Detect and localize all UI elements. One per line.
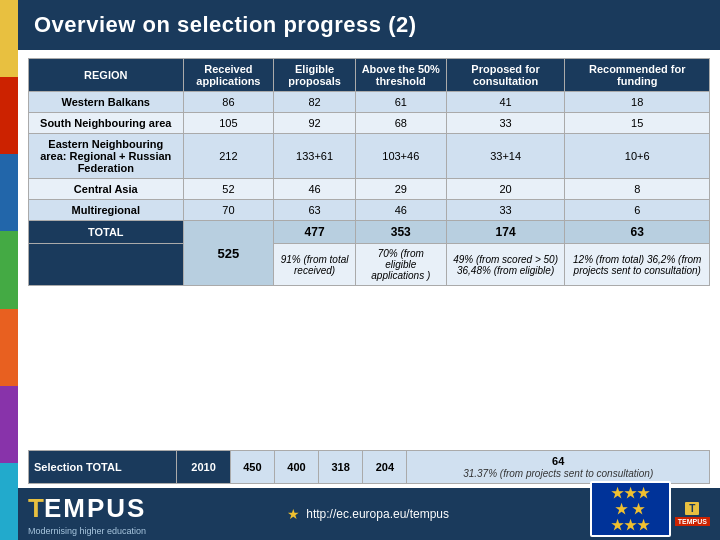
selection-col1: 450 <box>230 451 274 484</box>
table-row: Central Asia 52 46 29 20 8 <box>29 179 710 200</box>
region-eastern: Eastern Neighbouring area: Regional + Ru… <box>29 134 184 179</box>
selection-col5: 64 31.37% (from projects sent to consult… <box>407 451 710 484</box>
tempus-small-label: TEMPUS <box>675 517 710 526</box>
col-header-above: Above the 50% threshold <box>355 59 446 92</box>
col-header-proposed: Proposed for consultation <box>446 59 565 92</box>
above-central: 29 <box>355 179 446 200</box>
eligible-eastern: 133+61 <box>274 134 356 179</box>
tempus-small-logo: T TEMPUS <box>675 502 710 526</box>
total-recommended-main: 63 <box>565 221 710 244</box>
received-western: 86 <box>183 92 274 113</box>
total-eligible-main: 477 <box>274 221 356 244</box>
table-row: Western Balkans 86 82 61 41 18 <box>29 92 710 113</box>
footer-right-logos: ★★★★ ★★★★ European Commission T TEMPUS <box>590 481 710 541</box>
selection-col4: 204 <box>363 451 407 484</box>
above-western: 61 <box>355 92 446 113</box>
footer-brand-area: T EMPUS Modernising higher education <box>28 493 146 536</box>
recommended-central: 8 <box>565 179 710 200</box>
total-above-sub: 70% (from eligible applications ) <box>355 244 446 286</box>
received-multi: 70 <box>183 200 274 221</box>
selection-year: 2010 <box>177 451 230 484</box>
left-color-bar <box>0 0 18 540</box>
total-received: 525 <box>183 221 274 286</box>
footer: T EMPUS Modernising higher education ★ h… <box>18 488 720 540</box>
proposed-south: 33 <box>446 113 565 134</box>
proposed-central: 20 <box>446 179 565 200</box>
region-south: South Neighbouring area <box>29 113 184 134</box>
table-area: REGION Received applications Eligible pr… <box>18 50 720 446</box>
footer-url: http://ec.europa.eu/tempus <box>306 507 449 521</box>
tempus-t: T <box>28 493 44 524</box>
tempus-small-t: T <box>685 502 699 515</box>
region-multi: Multiregional <box>29 200 184 221</box>
recommended-western: 18 <box>565 92 710 113</box>
eligible-south: 92 <box>274 113 356 134</box>
region-central: Central Asia <box>29 179 184 200</box>
above-south: 68 <box>355 113 446 134</box>
above-multi: 46 <box>355 200 446 221</box>
proposed-eastern: 33+14 <box>446 134 565 179</box>
proposed-multi: 33 <box>446 200 565 221</box>
region-western-balkans: Western Balkans <box>29 92 184 113</box>
total-proposed-sub: 49% (from scored > 50) 36,48% (from elig… <box>446 244 565 286</box>
total-above-main: 353 <box>355 221 446 244</box>
table-row: Eastern Neighbouring area: Regional + Ru… <box>29 134 710 179</box>
eligible-western: 82 <box>274 92 356 113</box>
proposed-western: 41 <box>446 92 565 113</box>
col-header-recommended: Recommended for funding <box>565 59 710 92</box>
tempus-logo: T EMPUS <box>28 493 146 524</box>
recommended-eastern: 10+6 <box>565 134 710 179</box>
selection-table: TEMPUS Selection TOTAL 2010 450 400 318 … <box>28 450 710 484</box>
col-header-eligible: Eligible proposals <box>274 59 356 92</box>
footer-tagline: Modernising higher education <box>28 526 146 536</box>
selection-col2: 400 <box>274 451 318 484</box>
total-proposed-main: 174 <box>446 221 565 244</box>
recommended-south: 15 <box>565 113 710 134</box>
recommended-multi: 6 <box>565 200 710 221</box>
ec-logo-area: ★★★★ ★★★★ European Commission <box>590 481 671 541</box>
received-eastern: 212 <box>183 134 274 179</box>
tempus-rest: EMPUS <box>44 493 146 524</box>
main-table: REGION Received applications Eligible pr… <box>28 58 710 286</box>
table-row: Multiregional 70 63 46 33 6 <box>29 200 710 221</box>
selection-row: TEMPUS Selection TOTAL 2010 450 400 318 … <box>29 451 710 484</box>
received-south: 105 <box>183 113 274 134</box>
total-row-main: TOTAL 525 477 353 174 63 <box>29 221 710 244</box>
total-sub-empty <box>29 244 184 286</box>
total-recommended-sub: 12% (from total) 36,2% (from projects se… <box>565 244 710 286</box>
eu-logo: ★★★★ ★★★★ <box>590 481 671 537</box>
footer-url-area: ★ http://ec.europa.eu/tempus <box>287 506 449 522</box>
page-title: Overview on selection progress (2) <box>18 0 720 50</box>
eligible-multi: 63 <box>274 200 356 221</box>
selection-total-label: TEMPUS Selection TOTAL <box>29 451 177 484</box>
total-label: TOTAL <box>29 221 184 244</box>
eu-star-icon: ★ <box>287 506 300 522</box>
above-eastern: 103+46 <box>355 134 446 179</box>
col-header-region: REGION <box>29 59 184 92</box>
selection-col3: 318 <box>319 451 363 484</box>
received-central: 52 <box>183 179 274 200</box>
main-content: Overview on selection progress (2) REGIO… <box>18 0 720 540</box>
eligible-central: 46 <box>274 179 356 200</box>
col-header-received: Received applications <box>183 59 274 92</box>
table-row: South Neighbouring area 105 92 68 33 15 <box>29 113 710 134</box>
total-eligible-sub: 91% (from total received) <box>274 244 356 286</box>
total-row-sub: 91% (from total received) 70% (from elig… <box>29 244 710 286</box>
eu-stars: ★★★★ ★★★★ <box>611 485 650 533</box>
